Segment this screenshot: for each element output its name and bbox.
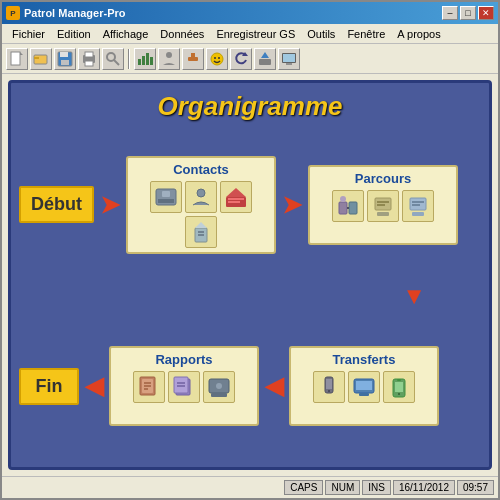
minimize-button[interactable]: – (442, 6, 458, 20)
svg-rect-65 (211, 393, 227, 397)
window-controls: – □ ✕ (442, 6, 494, 20)
svg-rect-28 (283, 54, 295, 62)
svg-point-12 (107, 53, 115, 61)
parcours-panel: Parcours (308, 165, 458, 245)
svg-rect-50 (410, 198, 426, 210)
svg-rect-29 (286, 63, 292, 65)
toolbar-search[interactable] (102, 48, 124, 70)
parcours-title: Parcours (355, 171, 411, 186)
toolbar-tool1[interactable] (182, 48, 204, 70)
menu-donnees[interactable]: Données (154, 26, 210, 42)
parcours-icon-2[interactable] (367, 190, 399, 222)
svg-point-68 (328, 390, 330, 392)
transferts-icon-1[interactable] (313, 371, 345, 403)
contacts-icon-2[interactable] (185, 181, 217, 213)
svg-rect-32 (162, 191, 170, 197)
rapports-title: Rapports (155, 352, 212, 367)
svg-rect-11 (85, 61, 93, 66)
menu-fichier[interactable]: Fichier (6, 26, 51, 42)
rapports-panel: Rapports (109, 346, 259, 426)
arrow-contacts-parcours: ➤ (282, 191, 302, 219)
svg-rect-7 (60, 52, 68, 57)
menu-outils[interactable]: Outils (301, 26, 341, 42)
transferts-icon-3[interactable] (383, 371, 415, 403)
menu-fenetre[interactable]: Fenêtre (341, 26, 391, 42)
contacts-icon-3[interactable] (220, 181, 252, 213)
svg-point-23 (218, 57, 220, 59)
svg-marker-37 (226, 188, 246, 197)
svg-point-43 (340, 196, 346, 202)
svg-rect-71 (359, 393, 369, 396)
toolbar-open[interactable] (30, 48, 52, 70)
toolbar-chart[interactable] (134, 48, 156, 70)
svg-rect-44 (349, 202, 357, 214)
menu-apropos[interactable]: A propos (391, 26, 446, 42)
arrow-debut-contacts: ➤ (100, 191, 120, 219)
svg-rect-60 (174, 377, 188, 393)
arrow-transferts-rapports: ◀ (265, 372, 283, 400)
close-button[interactable]: ✕ (478, 6, 494, 20)
parcours-icon-1[interactable] (332, 190, 364, 222)
debut-label: Début (19, 186, 94, 223)
app-icon: P (6, 6, 20, 20)
svg-rect-19 (188, 57, 198, 61)
toolbar-face[interactable] (206, 48, 228, 70)
contacts-panel: Contacts (126, 156, 276, 254)
rapports-icon-1[interactable] (133, 371, 165, 403)
parcours-icon-3[interactable] (402, 190, 434, 222)
svg-rect-16 (146, 53, 149, 65)
toolbar-upload[interactable] (254, 48, 276, 70)
contacts-icon-4[interactable] (185, 216, 217, 248)
transferts-title: Transferts (333, 352, 396, 367)
rapports-icon-2[interactable] (168, 371, 200, 403)
svg-marker-3 (20, 52, 23, 55)
toolbar-person[interactable] (158, 48, 180, 70)
title-bar: P Patrol Manager-Pro – □ ✕ (2, 2, 498, 24)
menu-affichage[interactable]: Affichage (97, 26, 155, 42)
contacts-title: Contacts (173, 162, 229, 177)
svg-rect-2 (11, 52, 20, 65)
svg-rect-46 (375, 198, 391, 210)
svg-rect-8 (61, 60, 69, 65)
menu-edition[interactable]: Edition (51, 26, 97, 42)
svg-point-74 (398, 393, 400, 395)
svg-point-64 (216, 383, 222, 389)
toolbar-computer[interactable] (278, 48, 300, 70)
arrow-down-container: ▼ (19, 284, 481, 308)
svg-rect-42 (339, 202, 347, 214)
svg-rect-15 (142, 56, 145, 65)
organigramme-canvas: Organigramme Début ➤ Contacts (8, 80, 492, 470)
toolbar-refresh[interactable] (230, 48, 252, 70)
contacts-icon-1[interactable] (150, 181, 182, 213)
parcours-icons (332, 190, 434, 222)
window-title: Patrol Manager-Pro (24, 7, 125, 19)
maximize-button[interactable]: □ (460, 6, 476, 20)
svg-rect-70 (356, 381, 372, 390)
svg-rect-10 (85, 52, 93, 57)
svg-marker-26 (261, 52, 269, 58)
transferts-panel: Transferts (289, 346, 439, 426)
svg-rect-25 (259, 59, 271, 65)
svg-rect-75 (397, 379, 401, 381)
svg-marker-39 (195, 222, 207, 228)
fin-label: Fin (19, 368, 79, 405)
toolbar-save[interactable] (54, 48, 76, 70)
toolbar-print[interactable] (78, 48, 100, 70)
svg-point-18 (166, 52, 172, 58)
arrow-parcours-down: ▼ (402, 284, 426, 308)
toolbar-sep1 (128, 49, 130, 69)
menu-bar: Fichier Edition Affichage Données Enregi… (2, 24, 498, 44)
menu-enregistreur[interactable]: Enregistreur GS (210, 26, 301, 42)
status-bar: CAPS NUM INS 16/11/2012 09:57 (2, 476, 498, 498)
rapports-icon-3[interactable] (203, 371, 235, 403)
main-content: Organigramme Début ➤ Contacts (2, 74, 498, 476)
svg-rect-17 (150, 57, 153, 65)
transferts-icon-2[interactable] (348, 371, 380, 403)
contacts-icons (134, 181, 268, 248)
transferts-icons (313, 371, 415, 403)
arrow-rapports-fin: ◀ (85, 372, 103, 400)
status-num: NUM (325, 480, 360, 495)
toolbar-new[interactable] (6, 48, 28, 70)
svg-rect-73 (395, 382, 403, 392)
main-window: P Patrol Manager-Pro – □ ✕ Fichier Editi… (0, 0, 500, 500)
